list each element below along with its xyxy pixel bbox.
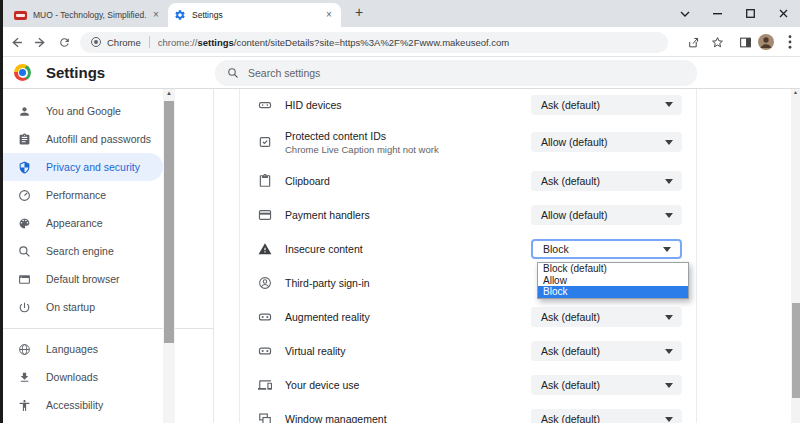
permission-dropdown[interactable]: Allow (default) [531, 132, 682, 152]
scroll-up-icon[interactable]: ▲ [163, 90, 175, 96]
sidebar-item-search-engine[interactable]: Search engine [0, 237, 163, 265]
permission-row-your-device-use: Your device use Ask (default) [240, 368, 696, 402]
sidebar-item-label: Accessibility [46, 399, 103, 411]
sidebar-item-privacy-and-security[interactable]: Privacy and security [0, 153, 163, 181]
permission-dropdown[interactable]: Ask (default) [531, 95, 682, 115]
browser-window: MUO - Technology, Simplified. × Settings… [0, 0, 800, 423]
sidebar-item-you-and-google[interactable]: You and Google [0, 97, 163, 125]
tab-title: Settings [192, 10, 323, 20]
sidebar-item-label: Privacy and security [46, 161, 140, 173]
share-icon[interactable] [684, 33, 702, 51]
download-icon [18, 371, 31, 384]
permission-label: Window management [285, 413, 387, 423]
minimize-icon[interactable] [701, 0, 734, 27]
forward-icon[interactable] [31, 33, 49, 51]
close-tab-icon[interactable]: × [150, 9, 162, 21]
search-placeholder: Search settings [248, 67, 320, 79]
tab-search-chevron-icon[interactable] [668, 0, 701, 27]
permission-label: Third-party sign-in [285, 277, 370, 289]
permission-label: Your device use [285, 379, 359, 391]
chevron-down-icon [665, 213, 673, 218]
browser-toolbar: Chrome chrome://settings/content/siteDet… [0, 27, 800, 57]
sidebar-item-autofill[interactable]: Autofill and passwords [0, 125, 163, 153]
close-tab-icon[interactable]: × [323, 9, 335, 21]
sidebar-item-on-startup[interactable]: On startup [0, 293, 163, 321]
chevron-down-icon [665, 140, 673, 145]
dropdown-value: Allow (default) [541, 136, 608, 148]
dropdown-value: Ask (default) [541, 379, 600, 391]
sidebar-item-languages[interactable]: Languages [0, 335, 163, 363]
chip-separator [149, 36, 150, 48]
url-bar[interactable]: Chrome chrome://settings/content/siteDet… [80, 32, 668, 53]
sidebar-item-label: Languages [46, 343, 98, 355]
clipboard-list-icon [18, 133, 31, 146]
tab-strip: MUO - Technology, Simplified. × Settings… [0, 0, 800, 27]
chevron-down-icon [663, 247, 671, 252]
search-icon [227, 67, 239, 79]
sidebar-item-downloads[interactable]: Downloads [0, 363, 163, 391]
sidebar-item-label: Search engine [46, 245, 114, 257]
tab-muo[interactable]: MUO - Technology, Simplified. × [10, 3, 166, 27]
dropdown-value: Ask (default) [541, 345, 600, 357]
permission-dropdown[interactable]: Ask (default) [531, 307, 682, 327]
browser-window-icon [18, 273, 31, 286]
dropdown-value: Ask (default) [541, 99, 600, 111]
sidebar-item-label: On startup [46, 301, 95, 313]
page-title: Settings [46, 64, 105, 81]
permission-sublabel: Chrome Live Caption might not work [285, 144, 439, 155]
dropdown-option-block[interactable]: Block [538, 286, 688, 298]
page-scrollbar[interactable]: ▲ [791, 89, 800, 423]
dropdown-value: Block [543, 243, 569, 255]
profile-avatar[interactable] [757, 33, 775, 51]
warning-icon [258, 242, 272, 256]
sidebar-item-label: Downloads [46, 371, 98, 383]
bookmark-star-icon[interactable] [708, 33, 726, 51]
dropdown-value: Allow (default) [541, 209, 608, 221]
permission-label: Virtual reality [285, 345, 346, 357]
scrollbar-thumb[interactable] [792, 303, 800, 398]
sidebar-item-default-browser[interactable]: Default browser [0, 265, 163, 293]
reload-icon[interactable] [55, 33, 73, 51]
permission-label: Insecure content [285, 243, 363, 255]
permission-dropdown[interactable]: Allow (default) [531, 205, 682, 225]
side-panel-icon[interactable] [736, 33, 754, 51]
maximize-icon[interactable] [734, 0, 767, 27]
sidebar-item-label: Performance [46, 189, 106, 201]
permission-label: Protected content IDs [285, 130, 439, 142]
site-chip-label: Chrome [107, 37, 141, 48]
url-text: chrome://settings/content/siteDetails?si… [158, 37, 509, 48]
site-permissions-list: HID devices Ask (default) Protected cont… [239, 89, 697, 423]
vr-headset-icon [258, 344, 272, 358]
shield-icon [18, 161, 31, 174]
chevron-down-icon [665, 383, 673, 388]
dropdown-option-block-default[interactable]: Block (default) [538, 263, 688, 275]
settings-search-input[interactable]: Search settings [215, 60, 697, 86]
permission-dropdown[interactable]: Ask (default) [531, 341, 682, 361]
sidebar-item-appearance[interactable]: Appearance [0, 209, 163, 237]
scrollbar-thumb[interactable] [164, 101, 174, 343]
permission-dropdown-focused[interactable]: Block [531, 239, 682, 259]
permission-dropdown[interactable]: Ask (default) [531, 375, 682, 395]
permission-dropdown[interactable]: Ask (default) [531, 171, 682, 191]
account-circle-icon [258, 276, 272, 290]
tab-settings[interactable]: Settings × [168, 3, 341, 27]
sidebar-item-label: Appearance [46, 217, 103, 229]
accessibility-icon [18, 399, 31, 412]
sidebar-item-performance[interactable]: Performance [0, 181, 163, 209]
scroll-up-icon[interactable]: ▲ [791, 89, 800, 95]
dropdown-option-allow[interactable]: Allow [538, 275, 688, 287]
sidebar-item-accessibility[interactable]: Accessibility [0, 391, 163, 419]
back-icon[interactable] [7, 33, 25, 51]
sidebar-divider [0, 328, 213, 329]
chevron-down-icon [665, 349, 673, 354]
site-chip: Chrome [90, 36, 141, 48]
power-icon [18, 301, 31, 314]
kebab-menu-icon[interactable] [781, 33, 799, 51]
permission-dropdown[interactable]: Ask (default) [531, 409, 682, 423]
window-edge [0, 0, 3, 423]
sidebar-scrollbar[interactable]: ▲ [163, 89, 175, 423]
new-tab-button[interactable]: + [350, 4, 368, 22]
close-window-icon[interactable] [767, 0, 800, 27]
permission-label: Augmented reality [285, 311, 370, 323]
permission-row-insecure-content: Insecure content Block [240, 232, 696, 266]
